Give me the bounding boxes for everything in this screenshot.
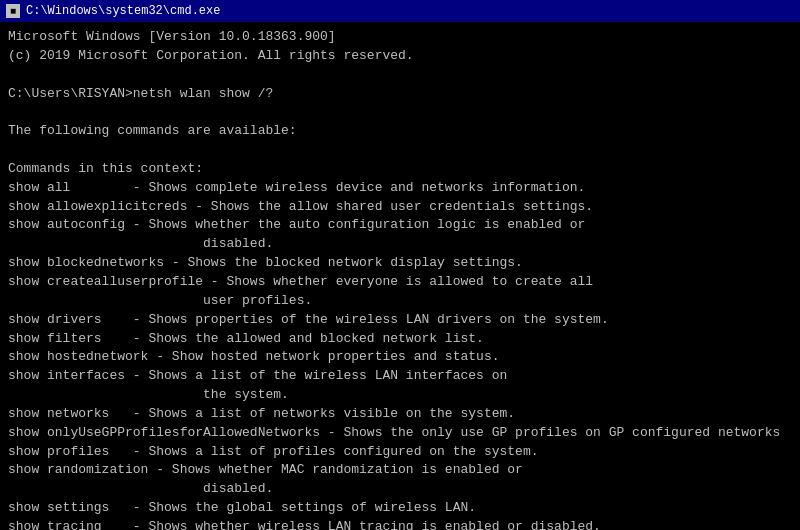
terminal-line: show interfaces - Shows a list of the wi… — [8, 368, 507, 383]
terminal-line: show hostednetwork - Show hosted network… — [8, 349, 499, 364]
title-bar: ■ C:\Windows\system32\cmd.exe — [0, 0, 800, 22]
terminal-line: show autoconfig - Shows whether the auto… — [8, 217, 585, 232]
terminal-line: show createalluserprofile - Shows whethe… — [8, 274, 593, 289]
terminal-line: show drivers - Shows properties of the w… — [8, 312, 609, 327]
terminal-line: show onlyUseGPProfilesforAllowedNetworks… — [8, 425, 780, 440]
terminal-line: disabled. — [8, 236, 273, 251]
terminal-line: show all - Shows complete wireless devic… — [8, 180, 585, 195]
terminal-line: Commands in this context: — [8, 161, 203, 176]
terminal-line: Microsoft Windows [Version 10.0.18363.90… — [8, 29, 336, 44]
terminal-window[interactable]: Microsoft Windows [Version 10.0.18363.90… — [0, 22, 800, 530]
terminal-line: show tracing - Shows whether wireless LA… — [8, 519, 601, 530]
terminal-line: The following commands are available: — [8, 123, 297, 138]
title-bar-icon: ■ — [6, 4, 20, 18]
terminal-line: C:\Users\RISYAN>netsh wlan show /? — [8, 86, 273, 101]
terminal-line: show networks - Shows a list of networks… — [8, 406, 515, 421]
terminal-line: show allowexplicitcreds - Shows the allo… — [8, 199, 593, 214]
terminal-line: show profiles - Shows a list of profiles… — [8, 444, 539, 459]
terminal-line: show blockednetworks - Shows the blocked… — [8, 255, 523, 270]
terminal-line: user profiles. — [8, 293, 312, 308]
terminal-line: disabled. — [8, 481, 273, 496]
terminal-line: show randomization - Shows whether MAC r… — [8, 462, 523, 477]
terminal-line: show settings - Shows the global setting… — [8, 500, 476, 515]
title-bar-text: C:\Windows\system32\cmd.exe — [26, 4, 220, 18]
terminal-line: (c) 2019 Microsoft Corporation. All righ… — [8, 48, 414, 63]
terminal-line: the system. — [8, 387, 289, 402]
terminal-line: show filters - Shows the allowed and blo… — [8, 331, 484, 346]
